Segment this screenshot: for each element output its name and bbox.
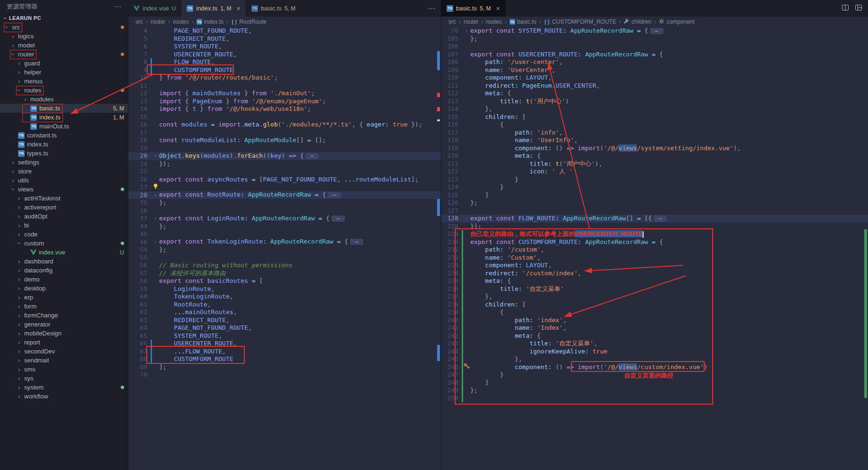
code-line-76[interactable]: 76›export const SYSTEM_ROUTE: AppRouteRe… bbox=[441, 27, 868, 35]
code-line-68[interactable]: 68 CUSTOMFORM_ROUTE bbox=[128, 355, 441, 363]
breadcrumb-item-router[interactable]: router bbox=[464, 18, 478, 25]
code-line-125[interactable]: 125 ] bbox=[441, 191, 868, 199]
fold-chevron-icon[interactable]: › bbox=[463, 27, 470, 35]
code-line-109[interactable]: 109 name: 'UserCenter', bbox=[441, 66, 868, 74]
tree-item-router[interactable]: ›router bbox=[0, 50, 128, 59]
code-line-37[interactable]: 37›export const LoginRoute: AppRouteReco… bbox=[128, 215, 441, 223]
editor-actions-more-icon[interactable]: ⋯ bbox=[428, 4, 435, 13]
code-line-19[interactable]: 19 bbox=[128, 145, 441, 153]
tree-item-generator[interactable]: ›generator bbox=[0, 320, 128, 329]
breadcrumb-item-src[interactable]: src bbox=[448, 18, 456, 25]
code-line-26[interactable]: 26export const asyncRoutes = [PAGE_NOT_F… bbox=[128, 176, 441, 184]
tree-item-code[interactable]: ›code bbox=[0, 230, 128, 239]
code-line-10[interactable]: 10} from '/@/router/routes/basic'; bbox=[128, 74, 441, 82]
workspace-root-row[interactable]: › LEARUN PC bbox=[0, 13, 128, 23]
code-line-7[interactable]: 7 USERCENTER_ROUTE, bbox=[128, 51, 441, 59]
code-line-4[interactable]: 4 PAGE_NOT_FOUND_ROUTE, bbox=[128, 27, 441, 35]
code-line-5[interactable]: 5 REDIRECT_ROUTE, bbox=[128, 35, 441, 43]
code-line-56[interactable]: 56// Basic routing without permissions bbox=[128, 262, 441, 270]
code-line-242[interactable]: 242 meta: { bbox=[441, 332, 868, 340]
tree-item-types.ts[interactable]: TStypes.ts bbox=[0, 149, 128, 158]
tree-item-routes[interactable]: ›routes bbox=[0, 86, 128, 95]
code-line-249[interactable]: 249}; bbox=[441, 387, 868, 395]
code-line-58[interactable]: 58export const basicRoutes = [ bbox=[128, 277, 441, 285]
tree-item-modules[interactable]: ›modules bbox=[0, 95, 128, 104]
code-line-106[interactable]: 106 bbox=[441, 43, 868, 51]
editor-layout-icon[interactable] bbox=[855, 4, 862, 13]
code-line-57[interactable]: 57// 未经许可的基本路由 bbox=[128, 270, 441, 278]
code-line-111[interactable]: 111 redirect: PageEnum.USER_CENTER, bbox=[441, 82, 868, 90]
code-line-66[interactable]: 66 USERCENTER_ROUTE, bbox=[128, 340, 441, 348]
tree-item-src[interactable]: ›src bbox=[0, 23, 128, 32]
code-line-115[interactable]: 115 children: [ bbox=[441, 113, 868, 121]
code-line-123[interactable]: 123 } bbox=[441, 176, 868, 184]
code-line-108[interactable]: 108 path: '/user-center', bbox=[441, 58, 868, 66]
fold-chevron-icon[interactable]: › bbox=[152, 215, 159, 223]
tree-item-dashboard[interactable]: ›dashboard bbox=[0, 257, 128, 266]
code-line-237[interactable]: 237 }, bbox=[441, 293, 868, 301]
code-line-65[interactable]: 65 SYSTEM_ROUTE, bbox=[128, 332, 441, 340]
code-line-8[interactable]: 8 FLOW_ROUTE, bbox=[128, 58, 441, 66]
code-line-228[interactable]: 228}]; bbox=[441, 223, 868, 231]
code-editor-basic-ts[interactable]: 76›export const SYSTEM_ROUTE: AppRouteRe… bbox=[441, 27, 868, 402]
tab-basic.ts[interactable]: TSbasic.ts5, M× bbox=[441, 0, 506, 17]
tree-item-system[interactable]: ›system bbox=[0, 383, 128, 392]
breadcrumb-item-rootroute[interactable]: []RootRoute bbox=[231, 18, 267, 25]
tree-item-mobiledesign[interactable]: ›mobileDesign bbox=[0, 329, 128, 338]
code-line-13[interactable]: 13import { PageEnum } from '/@/enums/pag… bbox=[128, 98, 441, 106]
tree-item-store[interactable]: ›store bbox=[0, 167, 128, 176]
code-line-70[interactable]: 70 bbox=[128, 371, 441, 379]
breadcrumb-item-router[interactable]: router bbox=[151, 18, 165, 25]
tree-item-sys[interactable]: ›sys bbox=[0, 374, 128, 383]
tab-basic.ts[interactable]: TSbasic.ts5, M bbox=[246, 0, 301, 17]
tree-item-acthitaskinst[interactable]: ›actHiTaskinst bbox=[0, 194, 128, 203]
code-line-245[interactable]: 245 }, bbox=[441, 355, 868, 363]
tree-item-index.vue[interactable]: index.vueU bbox=[0, 248, 128, 257]
close-tab-icon[interactable]: × bbox=[236, 5, 240, 12]
code-line-60[interactable]: 60 TokenLoginRoute, bbox=[128, 293, 441, 301]
code-line-64[interactable]: 64 PAGE_NOT_FOUND_ROUTE, bbox=[128, 324, 441, 332]
code-line-61[interactable]: 61 RootRoute, bbox=[128, 301, 441, 309]
code-line-105[interactable]: 105}; bbox=[441, 35, 868, 43]
fold-chevron-icon[interactable]: › bbox=[152, 191, 159, 199]
code-line-18[interactable]: 18const routeModuleList: AppRouteModule[… bbox=[128, 136, 441, 145]
fold-chevron-icon[interactable]: › bbox=[152, 238, 159, 246]
code-line-117[interactable]: 117 path: 'info', bbox=[441, 129, 868, 137]
tree-item-erp[interactable]: ›erp bbox=[0, 293, 128, 302]
tree-item-settings[interactable]: ›settings bbox=[0, 158, 128, 167]
tree-item-auditopt[interactable]: ›auditOpt bbox=[0, 212, 128, 221]
code-line-15[interactable]: 15 bbox=[128, 113, 441, 121]
code-line-127[interactable]: 127 bbox=[441, 207, 868, 215]
breadcrumb-item-routes[interactable]: routes bbox=[173, 18, 188, 25]
breadcrumb-item-children[interactable]: children bbox=[624, 18, 651, 26]
tree-item-guard[interactable]: ›guard bbox=[0, 59, 128, 68]
code-line-27[interactable]: 27 bbox=[128, 183, 441, 191]
code-line-239[interactable]: 239 { bbox=[441, 308, 868, 316]
code-line-128[interactable]: 128›export const FLOW_ROUTE: AppRouteRec… bbox=[441, 215, 868, 223]
code-line-11[interactable]: 11 bbox=[128, 82, 441, 90]
close-tab-icon[interactable]: × bbox=[496, 5, 500, 12]
tree-item-index.ts[interactable]: TSindex.ts bbox=[0, 140, 128, 149]
breadcrumb-item-routes[interactable]: routes bbox=[486, 18, 501, 25]
breadcrumb-item-index.ts[interactable]: TSindex.ts bbox=[197, 18, 224, 25]
code-line-55[interactable]: 55 bbox=[128, 254, 441, 262]
code-line-6[interactable]: 6 SYSTEM_ROUTE, bbox=[128, 43, 441, 51]
code-line-229[interactable]: 229自己定义的路由，格式可以参考上面的USERCENTER_ROUTE bbox=[441, 230, 868, 238]
fold-chevron-icon[interactable]: › bbox=[152, 152, 159, 160]
code-line-230[interactable]: 230export const CUSTOMFORM_ROUTE: AppRou… bbox=[441, 238, 868, 246]
tree-item-utils[interactable]: ›utils bbox=[0, 176, 128, 185]
code-line-54[interactable]: 54}; bbox=[128, 246, 441, 254]
code-line-240[interactable]: 240 path: 'index', bbox=[441, 316, 868, 325]
code-line-45[interactable]: 45 bbox=[128, 230, 441, 238]
code-line-46[interactable]: 46›export const TokenLoginRoute: AppRout… bbox=[128, 238, 441, 246]
code-line-246[interactable]: 246 component: () => import('/@/views/cu… bbox=[441, 363, 868, 371]
tree-item-menus[interactable]: ›menus bbox=[0, 77, 128, 86]
code-line-107[interactable]: 107export const USERCENTER_ROUTE: AppRou… bbox=[441, 51, 868, 59]
tree-item-form[interactable]: ›form bbox=[0, 302, 128, 311]
tree-item-mainout.ts[interactable]: TSmainOut.ts bbox=[0, 122, 128, 131]
code-line-232[interactable]: 232 name: 'Custom', bbox=[441, 254, 868, 262]
code-line-233[interactable]: 233 component: LAYOUT, bbox=[441, 262, 868, 270]
tree-item-custom[interactable]: ›custom bbox=[0, 239, 128, 248]
code-line-236[interactable]: 236 title: '自定义菜单' bbox=[441, 285, 868, 293]
tree-item-demo[interactable]: ›demo bbox=[0, 275, 128, 284]
